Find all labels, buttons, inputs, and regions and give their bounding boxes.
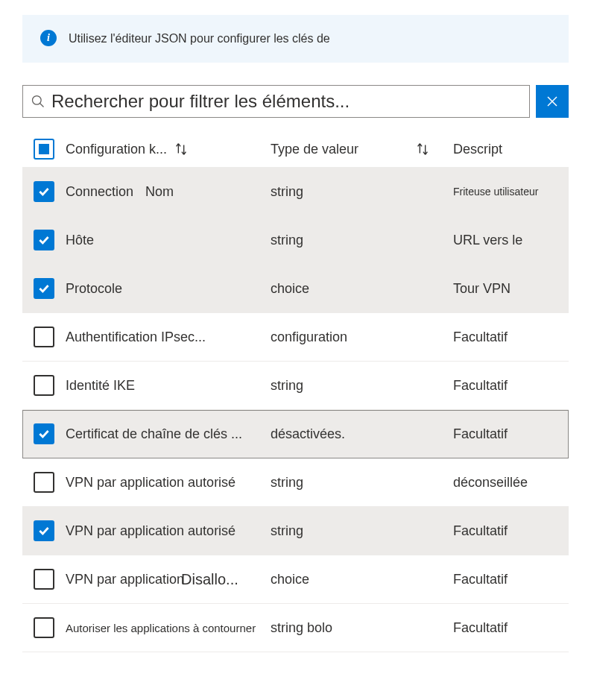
row-name-text: Certificat de chaîne de clés ...	[66, 426, 242, 442]
row-description: Facultatif	[453, 523, 569, 539]
column-header-type-label: Type de valeur	[271, 142, 358, 157]
row-name: ConnectionNom	[66, 184, 271, 200]
row-checkbox[interactable]	[34, 230, 54, 250]
column-header-name[interactable]: Configuration k...	[66, 141, 271, 157]
table-row[interactable]: VPN par applicationDisallo...choiceFacul…	[22, 555, 569, 604]
row-name: Certificat de chaîne de clés ...	[66, 426, 271, 442]
sort-icon	[173, 141, 189, 157]
row-name-text: Hôte	[66, 233, 94, 248]
row-description: déconseillée	[453, 475, 569, 491]
select-all-checkbox[interactable]	[34, 139, 54, 160]
row-type: désactivées.	[271, 426, 453, 442]
row-name-extra: Nom	[145, 184, 174, 200]
row-name-text: VPN par application autorisé	[66, 523, 236, 539]
table-row[interactable]: Identité IKEstringFacultatif	[22, 362, 569, 410]
row-description: Facultatif	[453, 329, 569, 345]
row-name-text: Protocole	[66, 281, 122, 297]
row-checkbox[interactable]	[34, 278, 54, 299]
row-checkbox[interactable]	[34, 520, 54, 541]
table-row[interactable]: HôtestringURL vers le	[22, 216, 569, 265]
info-banner: i Utilisez l'éditeur JSON pour configure…	[22, 15, 569, 63]
row-name-overlap: Disallo...	[181, 571, 238, 588]
row-checkbox[interactable]	[34, 327, 54, 347]
table-row[interactable]: ProtocolechoiceTour VPN	[22, 265, 569, 313]
row-name: VPN par applicationDisallo...	[66, 571, 271, 588]
row-name: VPN par application autorisé	[66, 475, 271, 491]
row-type: string	[271, 475, 453, 491]
column-header-description-label: Descript	[453, 142, 502, 157]
row-checkbox[interactable]	[34, 472, 54, 493]
config-table: Configuration k... Type de valeur Descri…	[22, 131, 569, 652]
row-name-text: Connection	[66, 184, 133, 200]
row-name-text: VPN par application autorisé	[66, 475, 236, 491]
info-icon: i	[40, 30, 57, 46]
row-name: Authentification IPsec...	[66, 329, 271, 345]
row-description: Friteuse utilisateur	[453, 186, 569, 198]
svg-point-0	[33, 96, 42, 105]
column-header-name-label: Configuration k...	[66, 142, 167, 157]
row-type: configuration	[271, 329, 453, 345]
clear-search-button[interactable]	[536, 85, 569, 118]
search-box[interactable]	[22, 85, 530, 118]
row-checkbox[interactable]	[34, 617, 54, 638]
row-type: string	[271, 523, 453, 539]
sort-icon	[414, 141, 431, 157]
row-checkbox[interactable]	[34, 181, 54, 202]
row-name: VPN par application autorisé	[66, 523, 271, 539]
row-name: Autoriser les applications à contourner	[66, 622, 271, 634]
column-header-description[interactable]: Descript	[453, 142, 569, 157]
close-icon	[546, 95, 558, 107]
row-name: Protocole	[66, 281, 271, 297]
row-checkbox[interactable]	[34, 375, 54, 396]
row-name-text: Authentification IPsec...	[66, 329, 206, 345]
row-type: string	[271, 378, 453, 394]
row-name: Hôte	[66, 233, 271, 248]
row-description: Tour VPN	[453, 281, 569, 297]
row-type: choice	[271, 572, 453, 587]
row-type: string	[271, 184, 453, 200]
table-row[interactable]: VPN par application autoriséstringFacult…	[22, 507, 569, 555]
table-row[interactable]: Autoriser les applications à contourners…	[22, 604, 569, 652]
svg-line-1	[40, 104, 44, 107]
row-description: URL vers le	[453, 233, 569, 248]
row-description: Facultatif	[453, 572, 569, 587]
search-input[interactable]	[51, 91, 522, 112]
row-description: Facultatif	[453, 426, 569, 442]
table-row[interactable]: Authentification IPsec...configurationFa…	[22, 313, 569, 362]
row-name: Identité IKE	[66, 378, 271, 394]
row-type: string bolo	[271, 620, 453, 636]
row-name-text: Identité IKE	[66, 378, 135, 394]
table-header: Configuration k... Type de valeur Descri…	[22, 131, 569, 168]
row-description: Facultatif	[453, 620, 569, 636]
search-icon	[31, 94, 45, 109]
row-checkbox[interactable]	[34, 423, 54, 444]
row-name-text: VPN par application	[66, 572, 184, 587]
row-description: Facultatif	[453, 378, 569, 394]
row-type: choice	[271, 281, 453, 297]
row-type: string	[271, 233, 453, 248]
search-row	[22, 85, 569, 118]
table-row[interactable]: Certificat de chaîne de clés ...désactiv…	[22, 410, 569, 458]
row-checkbox[interactable]	[34, 569, 54, 590]
row-name-text: Autoriser les applications à contourner	[66, 622, 256, 634]
info-banner-text: Utilisez l'éditeur JSON pour configurer …	[69, 30, 330, 48]
table-row[interactable]: VPN par application autoriséstringdécons…	[22, 458, 569, 507]
column-header-type[interactable]: Type de valeur	[271, 141, 453, 157]
table-row[interactable]: ConnectionNomstringFriteuse utilisateur	[22, 168, 569, 216]
